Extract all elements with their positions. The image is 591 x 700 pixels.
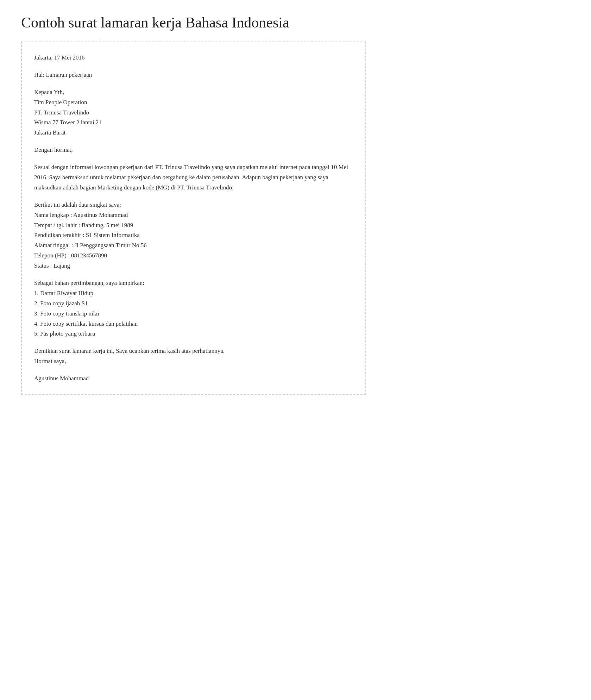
letter-data-intro: Berikut ini adalah data singkat saya: (34, 200, 353, 210)
letter-closing-paragraph: Demikian surat lamaran kerja ini, Saya u… (34, 346, 353, 356)
letter-recipient-line4: Jakarta Barat (34, 128, 353, 138)
letter-data-name: Nama lengkap : Agustinus Mohammad (34, 210, 353, 220)
letter-recipient-line2: PT. Trinusa Travelindo (34, 108, 353, 118)
letter-subject: Hal: Lamaran pekerjaan (34, 70, 353, 80)
letter-attachment-intro: Sebagai bahan pertimbangan, saya lampirk… (34, 278, 353, 288)
letter-closing-name: Agustinus Mohammad (34, 374, 353, 384)
letter-attachment-section: Sebagai bahan pertimbangan, saya lampirk… (34, 278, 353, 339)
list-item: 1. Daftar Riwayat Hidup (34, 288, 353, 299)
letter-body-section: Sesuai dengan informasi lowongan pekerja… (34, 162, 353, 193)
page-title: Contoh surat lamaran kerja Bahasa Indone… (21, 14, 570, 31)
letter-data-birthplace: Tempat / tgl. lahir : Bandung, 5 mei 198… (34, 220, 353, 231)
letter-attachment-list: 1. Daftar Riwayat Hidup2. Foto copy ijaz… (34, 288, 353, 339)
letter-data-phone: Telepon (HP) : 081234567890 (34, 251, 353, 261)
letter-data-status: Status : Lajang (34, 261, 353, 271)
list-item: 5. Pas photo yang terbaru (34, 329, 353, 339)
list-item: 4. Foto copy sertifikat kursus dan pelat… (34, 319, 353, 329)
list-item: 3. Foto copy transkrip nilai (34, 309, 353, 319)
letter-recipient-section: Kepada Yth, Tim People Operation PT. Tri… (34, 87, 353, 138)
letter-opening: Dengan hormat, (34, 145, 353, 155)
letter-closing-section: Demikian surat lamaran kerja ini, Saya u… (34, 346, 353, 367)
letter-data-section: Berikut ini adalah data singkat saya: Na… (34, 200, 353, 271)
letter-closing-salutation: Hormat saya, (34, 356, 353, 367)
letter-signature-section: Agustinus Mohammad (34, 374, 353, 384)
letter-container: Jakarta, 17 Mei 2016 Hal: Lamaran pekerj… (21, 42, 366, 395)
list-item: 2. Foto copy ijazah S1 (34, 299, 353, 309)
letter-body-paragraph: Sesuai dengan informasi lowongan pekerja… (34, 162, 353, 193)
letter-recipient-line1: Tim People Operation (34, 98, 353, 108)
letter-data-education: Pendidikan terakhir : S1 Sistem Informat… (34, 230, 353, 240)
letter-salutation: Kepada Yth, (34, 87, 353, 98)
letter-subject-section: Hal: Lamaran pekerjaan (34, 70, 353, 80)
letter-date-section: Jakarta, 17 Mei 2016 (34, 53, 353, 63)
letter-data-address: Alamat tinggal : Jl Penggangsaan Timur N… (34, 240, 353, 251)
letter-date: Jakarta, 17 Mei 2016 (34, 53, 353, 63)
letter-recipient-line3: Wisma 77 Tower 2 lantai 21 (34, 118, 353, 128)
letter-opening-section: Dengan hormat, (34, 145, 353, 155)
